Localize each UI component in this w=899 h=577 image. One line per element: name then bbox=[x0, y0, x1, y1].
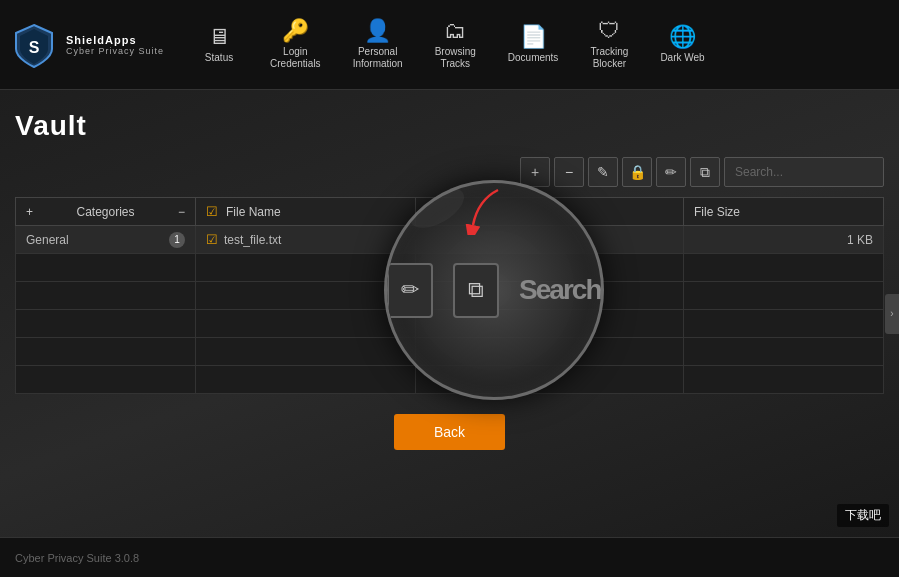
add-button[interactable]: + bbox=[520, 157, 550, 187]
lock-button[interactable]: 🔒 bbox=[622, 157, 652, 187]
category-name: General bbox=[26, 233, 69, 247]
empty-fs3 bbox=[684, 310, 884, 338]
nav-label-login: LoginCredentials bbox=[270, 46, 321, 70]
navbar: S ShieldApps Cyber Privacy Suite 🖥 Statu… bbox=[0, 0, 899, 90]
filename-header: ☑ File Name bbox=[196, 198, 416, 226]
nav-item-documents[interactable]: 📄 Documents bbox=[492, 18, 575, 72]
empty-fs2 bbox=[684, 282, 884, 310]
empty-cat4 bbox=[16, 338, 196, 366]
empty-fn5 bbox=[196, 366, 416, 394]
logo-name-top: ShieldApps bbox=[66, 34, 164, 46]
watermark: 下载吧 bbox=[837, 504, 889, 527]
nav-items: 🖥 Status 🔑 LoginCredentials 👤 PersonalIn… bbox=[184, 12, 889, 78]
external-button[interactable]: ⧉ bbox=[690, 157, 720, 187]
category-cell: General 1 bbox=[16, 226, 196, 254]
check-icon: ☑ bbox=[206, 232, 218, 247]
tracking-icon: 🛡 bbox=[598, 20, 620, 42]
chevron-right-icon: › bbox=[890, 308, 893, 319]
filesize-cell: 1 KB bbox=[684, 226, 884, 254]
nav-item-dark-web[interactable]: 🌐 Dark Web bbox=[644, 18, 720, 72]
nav-label-documents: Documents bbox=[508, 52, 559, 64]
nav-item-personal-information[interactable]: 👤 PersonalInformation bbox=[337, 12, 419, 78]
nav-label-personal: PersonalInformation bbox=[353, 46, 403, 70]
empty-cat3 bbox=[16, 310, 196, 338]
logo-text: ShieldApps Cyber Privacy Suite bbox=[66, 34, 164, 56]
empty-fn3 bbox=[196, 310, 416, 338]
nav-item-status[interactable]: 🖥 Status bbox=[184, 18, 254, 72]
documents-icon: 📄 bbox=[520, 26, 547, 48]
back-button[interactable]: Back bbox=[394, 414, 505, 450]
nav-label-dark-web: Dark Web bbox=[660, 52, 704, 64]
browsing-icon: 🗂 bbox=[444, 20, 466, 42]
filename-cell: ☑ test_file.txt bbox=[196, 226, 416, 254]
empty-fn bbox=[196, 254, 416, 282]
category-count: 1 bbox=[169, 232, 185, 248]
footer: Cyber Privacy Suite 3.0.8 bbox=[0, 537, 899, 577]
empty-cat bbox=[16, 254, 196, 282]
cat-plus[interactable]: + bbox=[26, 205, 33, 219]
edit2-button[interactable]: ✏ bbox=[656, 157, 686, 187]
status-icon: 🖥 bbox=[208, 26, 230, 48]
logo-shield-icon: S bbox=[10, 21, 58, 69]
nav-item-login-credentials[interactable]: 🔑 LoginCredentials bbox=[254, 12, 337, 78]
remove-button[interactable]: − bbox=[554, 157, 584, 187]
logo-name-bottom: Cyber Privacy Suite bbox=[66, 46, 164, 56]
nav-label-tracking: TrackingBlocker bbox=[590, 46, 628, 70]
logo-area: S ShieldApps Cyber Privacy Suite bbox=[10, 21, 164, 69]
mag-external-button[interactable]: ⧉ bbox=[453, 263, 499, 318]
nav-label-browsing: BrowsingTracks bbox=[435, 46, 476, 70]
svg-text:S: S bbox=[29, 39, 40, 56]
magnifier-overlay: ✏ ⧉ Search bbox=[384, 180, 604, 400]
empty-fs bbox=[684, 254, 884, 282]
categories-header: + Categories − bbox=[16, 198, 196, 226]
empty-fn2 bbox=[196, 282, 416, 310]
mag-search-text: Search bbox=[519, 274, 600, 306]
nav-label-status: Status bbox=[205, 52, 233, 64]
login-icon: 🔑 bbox=[282, 20, 309, 42]
vault-title: Vault bbox=[15, 110, 884, 142]
toolbar-row: + − ✎ 🔒 ✏ ⧉ bbox=[15, 157, 884, 187]
empty-fn4 bbox=[196, 338, 416, 366]
cat-minus[interactable]: − bbox=[178, 205, 185, 219]
categories-label: Categories bbox=[76, 205, 134, 219]
nav-item-browsing-tracks[interactable]: 🗂 BrowsingTracks bbox=[419, 12, 492, 78]
filesize-header: File Size bbox=[684, 198, 884, 226]
edit-button[interactable]: ✎ bbox=[588, 157, 618, 187]
empty-fs4 bbox=[684, 338, 884, 366]
filename-value: test_file.txt bbox=[224, 233, 281, 247]
dark-web-icon: 🌐 bbox=[669, 26, 696, 48]
right-panel-handle[interactable]: › bbox=[885, 294, 899, 334]
empty-fs5 bbox=[684, 366, 884, 394]
version-text: Cyber Privacy Suite 3.0.8 bbox=[15, 552, 139, 564]
main-content: Vault + − ✎ 🔒 ✏ ⧉ + Categories − bbox=[0, 90, 899, 537]
back-btn-container: Back bbox=[15, 414, 884, 450]
empty-cat5 bbox=[16, 366, 196, 394]
mag-edit-button[interactable]: ✏ bbox=[387, 263, 433, 318]
nav-item-tracking-blocker[interactable]: 🛡 TrackingBlocker bbox=[574, 12, 644, 78]
personal-icon: 👤 bbox=[364, 20, 391, 42]
search-input[interactable] bbox=[724, 157, 884, 187]
empty-cat2 bbox=[16, 282, 196, 310]
